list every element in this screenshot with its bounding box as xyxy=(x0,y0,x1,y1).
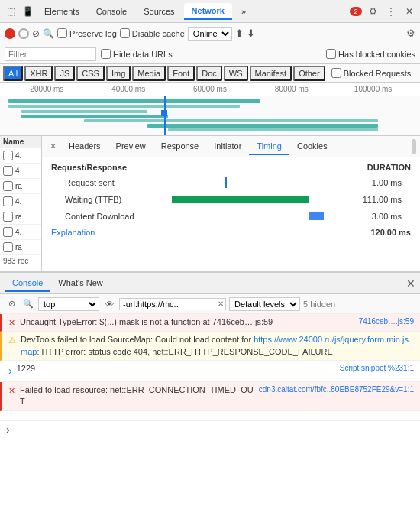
type-all[interactable]: All xyxy=(3,66,23,81)
list-item-4[interactable]: ra xyxy=(0,209,41,225)
type-xhr[interactable]: XHR xyxy=(24,66,53,81)
list-item-label-2: ra xyxy=(15,182,22,190)
list-panel: Name 4. 4. ra 4. ra 4. ra 983 rec xyxy=(0,136,42,271)
upload-icon[interactable]: ⬆ xyxy=(235,28,244,39)
console-prohibit-icon[interactable]: ⊘ xyxy=(5,297,18,311)
detail-tab-initiator[interactable]: Initiator xyxy=(206,138,249,155)
info-icon-2: › xyxy=(8,364,12,379)
type-ws[interactable]: WS xyxy=(224,66,248,81)
console-close-icon[interactable]: ✕ xyxy=(406,277,415,290)
detail-scrollbar xyxy=(411,139,417,154)
console-msg-2: › 1229 Script snippet %231:1 xyxy=(0,361,420,382)
preserve-log-label: Preserve log xyxy=(57,28,117,38)
detail-tab-headers[interactable]: Headers xyxy=(61,138,108,155)
waterfall-content[interactable] xyxy=(0,96,420,136)
type-doc[interactable]: Doc xyxy=(196,66,222,81)
msg-source-2[interactable]: Script snippet %231:1 xyxy=(340,363,414,374)
blocked-requests-text: Blocked Requests xyxy=(344,69,412,78)
list-item-checkbox-5[interactable] xyxy=(3,227,13,237)
sourcemap-link[interactable]: https://www.24000.ru/js/jquery.form.min.… xyxy=(21,335,411,355)
list-item-3[interactable]: 4. xyxy=(0,194,41,209)
type-font[interactable]: Font xyxy=(167,66,195,81)
levels-select[interactable]: Default levels xyxy=(229,297,300,311)
wf-bar-1 xyxy=(8,99,260,103)
type-img[interactable]: Img xyxy=(106,66,131,81)
tab-sources[interactable]: Sources xyxy=(136,4,182,19)
detail-scrollbar-thumb xyxy=(412,139,416,154)
type-js[interactable]: JS xyxy=(54,66,75,81)
detail-tab-preview[interactable]: Preview xyxy=(108,138,153,155)
network-settings-icon[interactable]: ⚙ xyxy=(406,28,415,39)
timing-section-header: Request/Response DURATION xyxy=(42,160,420,174)
list-footer: 983 rec xyxy=(0,255,41,267)
timing-value-2: 3.00 ms xyxy=(348,212,402,221)
console-eye-icon[interactable]: 👁 xyxy=(102,297,116,311)
list-item-5[interactable]: 4. xyxy=(0,225,41,240)
list-item-0[interactable]: 4. xyxy=(0,148,41,164)
type-media[interactable]: Media xyxy=(132,66,166,81)
console-input[interactable] xyxy=(13,425,414,434)
blocked-requests-checkbox[interactable] xyxy=(331,68,341,78)
clear-button[interactable] xyxy=(18,28,29,39)
console-tab-whatsnew[interactable]: What's New xyxy=(50,275,110,292)
record-button[interactable] xyxy=(5,28,15,39)
timing-label-request-sent: Request sent xyxy=(65,178,172,187)
wf-bar-3 xyxy=(21,110,147,113)
url-filter-input[interactable] xyxy=(119,298,226,310)
inspect-icon[interactable]: ⬚ xyxy=(3,4,18,19)
detail-tab-cookies[interactable]: Cookies xyxy=(289,138,335,155)
disable-cache-checkbox[interactable] xyxy=(120,28,130,38)
device-icon[interactable]: 📱 xyxy=(20,4,35,19)
type-other[interactable]: Other xyxy=(293,66,325,81)
context-select[interactable]: top xyxy=(38,297,99,311)
has-blocked-cookies-checkbox[interactable] xyxy=(326,49,336,59)
tab-network[interactable]: Network xyxy=(184,3,232,20)
console-tab-console[interactable]: Console xyxy=(5,275,50,292)
url-clear-icon[interactable]: ✕ xyxy=(218,300,224,308)
filter-input[interactable] xyxy=(5,47,96,61)
filter-bar: Hide data URLs Has blocked cookies xyxy=(0,44,420,64)
list-item-checkbox-0[interactable] xyxy=(3,151,13,160)
type-filter-bar: All XHR JS CSS Img Media Font Doc WS Man… xyxy=(0,64,420,83)
type-css[interactable]: CSS xyxy=(76,66,105,81)
detail-tab-response[interactable]: Response xyxy=(153,138,207,155)
msg-text-0: Uncaught TypeError: $(...).mask is not a… xyxy=(20,316,354,328)
close-devtools-icon[interactable]: ✕ xyxy=(402,4,417,19)
list-item-label-3: 4. xyxy=(15,197,21,206)
tab-more[interactable]: » xyxy=(234,4,254,19)
list-item-2[interactable]: ra xyxy=(0,179,41,194)
timing-section-label: Request/Response xyxy=(51,163,127,172)
download-icon[interactable]: ⬇ xyxy=(247,28,255,39)
msg-source-0[interactable]: 7416ceb….js:59 xyxy=(359,316,414,327)
throttle-select[interactable]: Online xyxy=(188,27,232,41)
console-filter-icon[interactable]: 🔍 xyxy=(21,297,35,311)
detail-tab-timing[interactable]: Timing xyxy=(249,138,289,155)
filter-icon[interactable]: ⊘ xyxy=(32,28,40,39)
more-icon[interactable]: ⋮ xyxy=(383,4,399,19)
settings-icon[interactable]: ⚙ xyxy=(365,4,380,19)
list-item-1[interactable]: 4. xyxy=(0,164,41,179)
tab-elements[interactable]: Elements xyxy=(37,4,87,19)
list-item-6[interactable]: ra xyxy=(0,240,41,255)
list-item-checkbox-2[interactable] xyxy=(3,181,13,191)
main-split: Name 4. 4. ra 4. ra 4. ra 983 rec xyxy=(0,136,420,272)
explanation-link[interactable]: Explanation xyxy=(51,228,95,237)
list-item-checkbox-3[interactable] xyxy=(3,196,13,206)
network-toolbar: ⊘ 🔍 Preserve log Disable cache Online ⬆ … xyxy=(0,23,420,44)
console-prompt: › xyxy=(0,420,420,437)
type-manifest[interactable]: Manifest xyxy=(250,66,292,81)
detail-panel: ✕ Headers Preview Response Initiator Tim… xyxy=(42,136,420,271)
list-item-checkbox-4[interactable] xyxy=(3,212,13,222)
waterfall-cursor xyxy=(164,96,166,136)
timing-row-request-sent: Request sent 1.00 ms xyxy=(42,174,420,191)
hide-data-urls-checkbox[interactable] xyxy=(101,49,111,59)
tab-console[interactable]: Console xyxy=(89,4,134,19)
list-item-checkbox-1[interactable] xyxy=(3,166,13,176)
search-network-icon[interactable]: 🔍 xyxy=(43,28,54,39)
list-item-checkbox-6[interactable] xyxy=(3,242,13,252)
preserve-log-checkbox[interactable] xyxy=(57,28,67,38)
timing-bar-container-0 xyxy=(172,178,348,187)
console-tabs: Console What's New ✕ xyxy=(0,273,420,294)
msg-source-3[interactable]: cdn3.caltat.com/fbfc..80EBE8752FE29&v=1:… xyxy=(259,384,414,395)
detail-tab-close[interactable]: ✕ xyxy=(45,138,61,154)
